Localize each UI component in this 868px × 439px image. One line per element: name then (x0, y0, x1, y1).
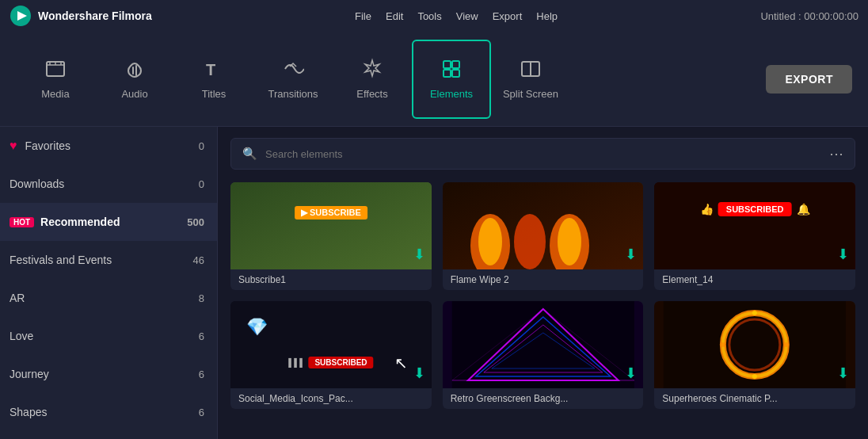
search-icon: 🔍 (242, 147, 257, 161)
menu-export[interactable]: Export (493, 10, 523, 22)
sidebar-item-festivals[interactable]: Festivals and Events 46 (0, 241, 217, 279)
sidebar-downloads-label: Downloads (10, 178, 64, 190)
toolbar-effects-label: Effects (356, 88, 388, 100)
menu-file[interactable]: File (355, 10, 371, 22)
svg-rect-4 (444, 61, 451, 68)
content-area: 🔍 ⋯ (218, 127, 868, 439)
sidebar-love-count: 6 (199, 330, 204, 342)
sidebar-item-downloads[interactable]: Downloads 0 (0, 165, 217, 203)
svg-point-33 (752, 374, 757, 379)
element-thumb-flame: ⬇ (443, 182, 644, 269)
thumb-bg-subscribe1 (230, 182, 432, 269)
app-logo-icon (10, 5, 32, 27)
export-button[interactable]: EXPORT (766, 65, 852, 94)
social-bg (230, 301, 432, 388)
element-label-subscribe1: Subscribe1 (230, 269, 432, 290)
toolbar-titles-label: Titles (202, 88, 227, 100)
element-label-flame: Flame Wipe 2 (443, 269, 644, 290)
menu-view[interactable]: View (456, 10, 478, 22)
sidebar-love-label: Love (10, 330, 33, 342)
download-icon-retro: ⬇ (625, 365, 637, 382)
toolbar-media[interactable]: Media (16, 40, 95, 119)
toolbar-transitions[interactable]: Transitions (253, 40, 333, 119)
element-label-super: Superheroes Cinematic P... (654, 388, 855, 409)
sidebar-item-hand-drawn[interactable]: Hand Drawn 21 (0, 431, 217, 439)
sidebar-festivals-label: Festivals and Events (10, 254, 112, 266)
svg-rect-5 (452, 61, 459, 68)
transitions-icon (282, 58, 304, 83)
sidebar-ar-count: 8 (199, 292, 204, 304)
toolbar-effects[interactable]: Effects (333, 40, 412, 119)
svg-rect-17 (230, 301, 432, 388)
sidebar-recommended-label: Recommended (40, 216, 120, 228)
sidebar-festivals-count: 46 (193, 254, 204, 266)
toolbar-media-label: Media (41, 88, 69, 100)
heart-icon: ♥ (10, 139, 17, 153)
effects-icon (361, 58, 383, 83)
element-label-social: Social_Media_Icons_Pac... (230, 388, 432, 409)
svg-rect-9 (230, 182, 432, 269)
top-bar: Wondershare Filmora File Edit Tools View… (0, 0, 868, 32)
toolbar-audio-label: Audio (121, 88, 147, 100)
elements-icon (440, 58, 463, 83)
download-icon-subscribe1: ⬇ (413, 246, 425, 263)
sidebar-journey-count: 6 (199, 368, 204, 380)
sidebar-item-favorites[interactable]: ♥ Favorites 0 (0, 127, 217, 165)
app-brand: Wondershare Filmora (10, 5, 152, 27)
svg-text:T: T (206, 61, 215, 78)
element-card-social[interactable]: 💎 ▌▌▌ SUBSCRIBED ↖ ⬇ Social_Media_Icons_… (230, 301, 432, 409)
top-menu: File Edit Tools View Export Help (355, 10, 558, 22)
element-thumb-element14: 👍 SUBSCRIBED 🔔 ⬇ (654, 182, 855, 269)
sidebar-item-love[interactable]: Love 6 (0, 317, 217, 355)
retro-visual (443, 301, 644, 388)
svg-point-31 (784, 342, 789, 347)
menu-tools[interactable]: Tools (417, 10, 441, 22)
svg-rect-6 (444, 70, 451, 77)
svg-rect-18 (451, 301, 634, 388)
toolbar-titles[interactable]: T Titles (174, 40, 253, 119)
element-card-element14[interactable]: 👍 SUBSCRIBED 🔔 ⬇ Element_14 (654, 182, 855, 290)
element-thumb-social: 💎 ▌▌▌ SUBSCRIBED ↖ ⬇ (230, 301, 432, 388)
toolbar-split-label: Split Screen (503, 88, 558, 100)
download-icon-social: ⬇ (413, 365, 425, 382)
flame-bg (443, 182, 644, 269)
sidebar-item-ar[interactable]: AR 8 (0, 279, 217, 317)
element-card-super[interactable]: ⬇ Superheroes Cinematic P... (654, 301, 855, 409)
sidebar-item-recommended[interactable]: HOT Recommended 500 (0, 203, 217, 241)
super-visual (654, 301, 855, 388)
menu-edit[interactable]: Edit (386, 10, 403, 22)
element-card-flame[interactable]: ⬇ Flame Wipe 2 (443, 182, 644, 290)
element-label-element14: Element_14 (654, 269, 855, 290)
sidebar-collapse-button[interactable]: ◀ (217, 267, 218, 299)
toolbar-elements[interactable]: Elements (412, 40, 491, 119)
sidebar: ♥ Favorites 0 Downloads 0 HOT Recommende… (0, 127, 218, 439)
app-name: Wondershare Filmora (38, 10, 152, 22)
sidebar-journey-label: Journey (10, 368, 49, 380)
search-input[interactable] (265, 148, 821, 160)
toolbar-audio[interactable]: Audio (95, 40, 174, 119)
sidebar-item-shapes[interactable]: Shapes 6 (0, 393, 217, 431)
sidebar-favorites-count: 0 (199, 140, 204, 152)
grid-toggle-icon[interactable]: ⋯ (829, 145, 843, 162)
menu-help[interactable]: Help (536, 10, 558, 22)
element-card-subscribe1[interactable]: ▶ SUBSCRIBE ⬇ Subscribe1 (230, 182, 432, 290)
element-label-retro: Retro Greenscreen Backg... (443, 388, 644, 409)
element-card-retro[interactable]: ⬇ Retro Greenscreen Backg... (443, 301, 644, 409)
sidebar-shapes-label: Shapes (10, 406, 47, 418)
sidebar-item-journey[interactable]: Journey 6 (0, 355, 217, 393)
titles-icon: T (203, 58, 225, 83)
sidebar-recommended-count: 500 (187, 216, 204, 228)
svg-point-12 (478, 218, 502, 265)
toolbar-elements-label: Elements (430, 88, 473, 100)
download-icon-element14: ⬇ (837, 246, 849, 263)
download-icon-flame: ⬇ (625, 246, 637, 263)
toolbar-split-screen[interactable]: Split Screen (491, 40, 570, 119)
download-icon-super: ⬇ (837, 365, 849, 382)
elements-grid: ▶ SUBSCRIBE ⬇ Subscribe1 (230, 182, 855, 409)
media-icon (44, 58, 67, 83)
svg-point-14 (558, 218, 581, 265)
audio-icon (124, 58, 146, 83)
gem-icon: 💎 (246, 317, 268, 338)
element-thumb-subscribe1: ▶ SUBSCRIBE ⬇ (230, 182, 432, 269)
sidebar-shapes-count: 6 (199, 407, 204, 418)
